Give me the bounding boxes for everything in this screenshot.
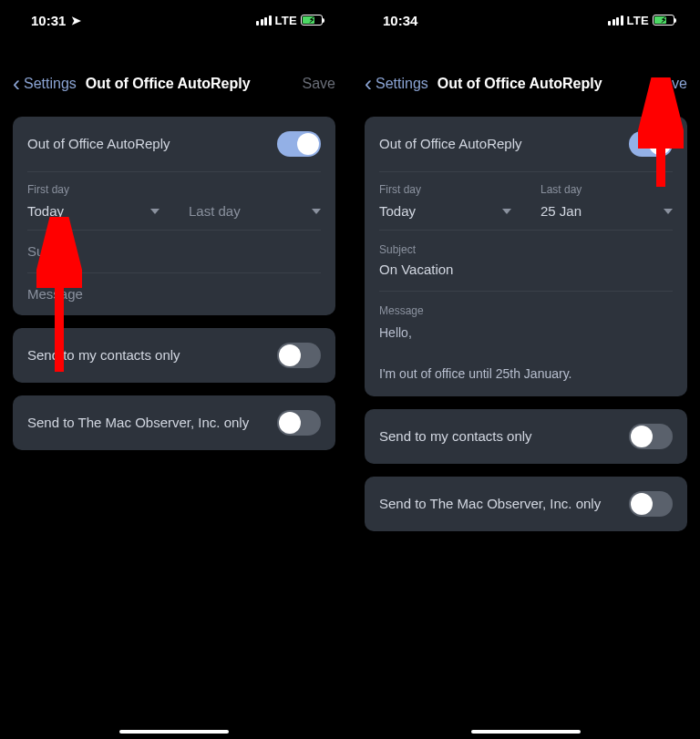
- back-chevron-icon[interactable]: ‹: [13, 73, 20, 95]
- last-day-picker[interactable]: Last day: [174, 176, 335, 230]
- autoreply-toggle-label: Out of Office AutoReply: [379, 135, 629, 153]
- signal-icon: [608, 15, 623, 26]
- chevron-down-icon: [150, 209, 160, 214]
- phone-left: 10:31 ➤ LTE ⚡︎ ‹ Settings Out of Office …: [0, 0, 348, 739]
- chevron-down-icon: [664, 209, 673, 214]
- last-day-value: 25 Jan: [540, 203, 582, 219]
- subject-value: On Vacation: [379, 262, 453, 277]
- contacts-only-label: Send to my contacts only: [379, 427, 629, 446]
- home-indicator: [119, 730, 229, 734]
- annotation-arrow: [36, 217, 82, 381]
- autoreply-toggle[interactable]: [277, 131, 321, 157]
- autoreply-toggle-label: Out of Office AutoReply: [27, 135, 277, 153]
- first-day-value: Today: [379, 203, 416, 219]
- contacts-only-toggle[interactable]: [629, 424, 673, 449]
- domain-only-toggle[interactable]: [277, 410, 321, 436]
- status-time: 10:34: [383, 13, 417, 28]
- save-button[interactable]: Save: [303, 76, 335, 92]
- contacts-only-card: Send to my contacts only: [365, 409, 687, 464]
- home-indicator: [471, 730, 581, 734]
- network-label: LTE: [275, 14, 298, 27]
- location-icon: ➤: [71, 14, 81, 27]
- status-bar: 10:34 LTE ⚡︎: [352, 0, 700, 40]
- chevron-down-icon: [502, 209, 511, 214]
- domain-only-label: Send to The Mac Observer, Inc. only: [27, 414, 277, 432]
- domain-only-label: Send to The Mac Observer, Inc. only: [379, 495, 629, 513]
- message-caption: Message: [379, 304, 673, 317]
- nav-bar: ‹ Settings Out of Office AutoReply Save: [0, 60, 348, 108]
- contacts-only-toggle[interactable]: [277, 343, 321, 368]
- domain-only-card: Send to The Mac Observer, Inc. only: [13, 395, 335, 450]
- first-day-caption: First day: [379, 183, 511, 196]
- back-chevron-icon[interactable]: ‹: [365, 73, 372, 95]
- first-day-picker[interactable]: First day Today: [365, 176, 526, 230]
- signal-icon: [256, 15, 272, 26]
- message-input[interactable]: Message Hello, I'm out of office until 2…: [365, 292, 687, 396]
- subject-input[interactable]: Subject On Vacation: [365, 231, 687, 291]
- message-value: Hello, I'm out of office until 25th Janu…: [379, 323, 673, 384]
- battery-icon: ⚡︎: [653, 15, 674, 26]
- network-label: LTE: [627, 14, 650, 27]
- back-button[interactable]: Settings: [376, 76, 428, 92]
- page-title: Out of Office AutoReply: [86, 76, 297, 92]
- last-day-caption: [189, 183, 321, 196]
- back-button[interactable]: Settings: [24, 76, 77, 92]
- first-day-caption: First day: [27, 183, 160, 196]
- annotation-arrow: [638, 77, 684, 196]
- status-bar: 10:31 ➤ LTE ⚡︎: [0, 0, 348, 40]
- status-time: 10:31: [31, 13, 66, 28]
- phone-right: 10:34 LTE ⚡︎ ‹ Settings Out of Office Au…: [352, 0, 700, 739]
- subject-caption: Subject: [379, 243, 673, 256]
- domain-only-card: Send to The Mac Observer, Inc. only: [365, 477, 687, 531]
- chevron-down-icon: [312, 209, 321, 214]
- page-title: Out of Office AutoReply: [438, 76, 649, 92]
- battery-icon: ⚡︎: [301, 15, 323, 26]
- domain-only-toggle[interactable]: [629, 491, 673, 517]
- last-day-placeholder: Last day: [189, 203, 241, 219]
